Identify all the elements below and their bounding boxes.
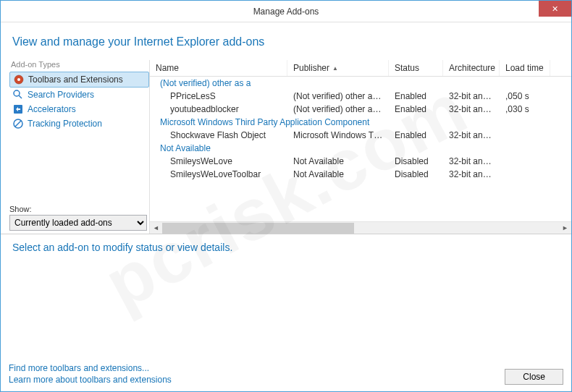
search-icon: [12, 89, 24, 101]
cell-status: Enabled: [389, 129, 443, 141]
footer-links: Find more toolbars and extensions... Lea…: [9, 363, 172, 385]
addon-types-label: Add-on Types: [9, 60, 149, 69]
sidebar-item-accelerators[interactable]: Accelerators: [9, 102, 149, 116]
cell-name: SmileysWeLoveToolbar: [150, 169, 287, 180]
window-close-button[interactable]: ✕: [539, 1, 571, 17]
sidebar-item-label: Toolbars and Extensions: [28, 74, 123, 85]
cell-status: Disabled: [389, 155, 443, 167]
cell-status: Enabled: [389, 90, 443, 102]
header: View and manage your Internet Explorer a…: [1, 22, 571, 60]
svg-line-6: [15, 121, 21, 127]
grid-body: (Not verified) other as a PPriceLesS (No…: [150, 77, 571, 221]
grid-row[interactable]: SmileysWeLoveToolbar Not Available Disab…: [150, 168, 571, 181]
cell-publisher: (Not verified) other as a: [287, 90, 389, 102]
scroll-track[interactable]: [162, 222, 559, 234]
cell-publisher: Not Available: [287, 169, 389, 180]
scroll-thumb[interactable]: [162, 223, 354, 234]
show-filter-area: Show: Currently loaded add-ons: [9, 205, 149, 234]
sort-ascending-icon: ▲: [332, 65, 338, 72]
addon-type-list: Toolbars and Extensions Search Providers…: [9, 72, 149, 131]
cell-publisher: Microsoft Windows Third...: [287, 129, 389, 141]
close-button[interactable]: Close: [505, 369, 563, 385]
sidebar-item-label: Accelerators: [28, 104, 76, 114]
cell-status: Disabled: [389, 169, 443, 180]
column-header-status[interactable]: Status: [389, 60, 443, 76]
svg-point-1: [17, 78, 20, 81]
scroll-right-icon[interactable]: ►: [559, 222, 571, 234]
cell-arch: 32-bit and ...: [443, 90, 500, 102]
grid-row[interactable]: PPriceLesS (Not verified) other as a Ena…: [150, 90, 571, 103]
cell-arch: 32-bit and ...: [443, 103, 500, 115]
cell-load: [500, 129, 550, 141]
show-label: Show:: [9, 205, 149, 213]
cell-arch: 32-bit and ...: [443, 169, 500, 180]
cell-load: [500, 155, 550, 167]
addon-grid-panel: Name Publisher▲ Status Architecture Load…: [149, 60, 571, 234]
cell-name: youtubeadblocker: [150, 103, 287, 115]
column-header-load-time[interactable]: Load time: [500, 60, 550, 76]
titlebar: Manage Add-ons ✕: [1, 1, 571, 22]
accelerator-icon: [12, 103, 24, 115]
grid-group-header[interactable]: Microsoft Windows Third Party Applicatio…: [150, 116, 571, 129]
detail-prompt: Select an add-on to modify status or vie…: [12, 242, 560, 253]
column-header-name[interactable]: Name: [150, 60, 287, 76]
left-panel: Add-on Types Toolbars and Extensions Sea…: [1, 60, 149, 234]
sidebar-item-toolbars-extensions[interactable]: Toolbars and Extensions: [9, 72, 149, 88]
sidebar-item-search-providers[interactable]: Search Providers: [9, 88, 149, 102]
cell-load: ,050 s: [500, 90, 550, 102]
main-content: Add-on Types Toolbars and Extensions Sea…: [1, 60, 571, 234]
column-header-architecture[interactable]: Architecture: [443, 60, 500, 76]
scroll-left-icon[interactable]: ◄: [150, 222, 162, 234]
sidebar-item-tracking-protection[interactable]: Tracking Protection: [9, 116, 149, 131]
page-title: View and manage your Internet Explorer a…: [12, 35, 560, 48]
grid-row[interactable]: youtubeadblocker (Not verified) other as…: [150, 103, 571, 116]
cell-publisher: (Not verified) other as a: [287, 103, 389, 115]
svg-line-3: [19, 95, 22, 98]
close-icon: ✕: [552, 4, 558, 14]
find-more-link[interactable]: Find more toolbars and extensions...: [9, 363, 172, 373]
cell-status: Enabled: [389, 103, 443, 115]
cell-name: Shockwave Flash Object: [150, 129, 287, 141]
cell-name: SmileysWeLove: [150, 155, 287, 167]
toolbars-icon: [13, 74, 25, 85]
sidebar-item-label: Search Providers: [28, 90, 94, 100]
grid-group-header[interactable]: (Not verified) other as a: [150, 77, 571, 90]
cell-load: ,030 s: [500, 103, 550, 115]
tracking-protection-icon: [12, 118, 24, 129]
show-filter-select[interactable]: Currently loaded add-ons: [9, 215, 147, 231]
grid-row[interactable]: Shockwave Flash Object Microsoft Windows…: [150, 129, 571, 142]
window-title: Manage Add-ons: [253, 7, 319, 17]
svg-point-2: [14, 90, 20, 96]
cell-name: PPriceLesS: [150, 90, 287, 102]
horizontal-scrollbar[interactable]: ◄ ►: [150, 221, 571, 234]
cell-arch: 32-bit and ...: [443, 129, 500, 141]
sidebar-item-label: Tracking Protection: [28, 119, 102, 129]
grid-row[interactable]: SmileysWeLove Not Available Disabled 32-…: [150, 155, 571, 168]
grid-header: Name Publisher▲ Status Architecture Load…: [150, 60, 571, 77]
cell-load: [500, 169, 550, 180]
footer: Find more toolbars and extensions... Lea…: [0, 363, 572, 385]
learn-more-link[interactable]: Learn more about toolbars and extensions: [9, 375, 172, 385]
cell-arch: 32-bit and ...: [443, 155, 500, 167]
column-header-publisher[interactable]: Publisher▲: [287, 60, 389, 76]
cell-publisher: Not Available: [287, 155, 389, 167]
grid-group-header[interactable]: Not Available: [150, 142, 571, 155]
detail-area: Select an add-on to modify status or vie…: [1, 234, 571, 260]
